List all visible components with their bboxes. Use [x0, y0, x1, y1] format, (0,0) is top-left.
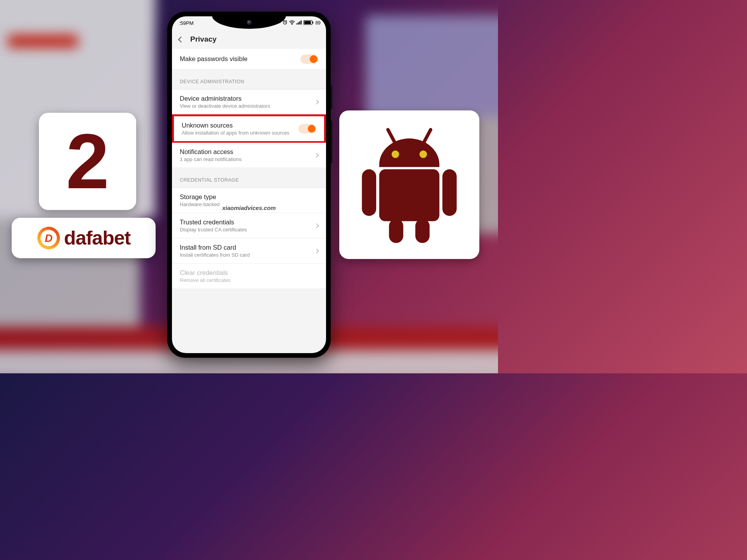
- svg-rect-18: [362, 169, 376, 216]
- row-title: Trusted credentials: [180, 219, 315, 226]
- row-title: Device administrators: [180, 95, 315, 102]
- brand-logo-card: D dafabet: [12, 218, 156, 258]
- chevron-right-icon: [314, 100, 319, 105]
- row-storage-type[interactable]: Storage type Hardware-backed: [172, 188, 326, 213]
- row-title: Notification access: [180, 148, 315, 156]
- chevron-right-icon: [314, 153, 319, 158]
- row-title: Storage type: [180, 193, 318, 201]
- battery-icon: [303, 20, 314, 26]
- toggle-make-passwords-visible[interactable]: [300, 54, 318, 64]
- row-subtitle: Install certificates from SD card: [180, 252, 315, 258]
- toggle-unknown-sources[interactable]: [298, 124, 316, 133]
- section-device-administration: DEVICE ADMINISTRATION: [172, 70, 326, 89]
- android-platform-card: [339, 110, 479, 259]
- front-camera-icon: [247, 20, 252, 25]
- signal-icon: [296, 20, 302, 26]
- page-title: Privacy: [190, 35, 217, 44]
- svg-rect-16: [389, 219, 403, 243]
- row-subtitle: Display trusted CA certificates: [180, 227, 315, 233]
- svg-rect-6: [296, 23, 297, 24]
- row-title: Make passwords visible: [180, 55, 300, 63]
- status-time: :59PM: [177, 20, 194, 26]
- status-battery-pct: 89: [316, 20, 321, 26]
- svg-point-21: [419, 150, 427, 158]
- step-number: 2: [66, 122, 109, 200]
- section-credential-storage: CREDENTIAL STORAGE: [172, 168, 326, 188]
- row-subtitle: View or deactivate device administrators: [180, 103, 315, 109]
- row-subtitle: Hardware-backed: [180, 201, 318, 207]
- brand-logo-icon: D: [37, 226, 60, 250]
- svg-rect-7: [298, 22, 298, 24]
- svg-rect-8: [299, 21, 300, 24]
- row-subtitle: 1 app can read notifications: [180, 156, 315, 162]
- svg-rect-11: [304, 21, 311, 24]
- settings-header: Privacy: [172, 30, 326, 49]
- row-notification-access[interactable]: Notification access 1 app can read notif…: [172, 143, 326, 168]
- svg-rect-15: [379, 169, 440, 221]
- svg-rect-17: [415, 219, 430, 243]
- svg-rect-9: [300, 20, 301, 24]
- phone-frame: :59PM: [167, 12, 331, 358]
- svg-point-20: [392, 150, 399, 158]
- row-trusted-credentials[interactable]: Trusted credentials Display trusted CA c…: [172, 213, 326, 238]
- row-title: Clear credentials: [180, 269, 318, 276]
- svg-rect-12: [312, 21, 313, 23]
- svg-text:D: D: [44, 232, 52, 244]
- svg-rect-19: [442, 169, 457, 216]
- phone-screen: :59PM: [172, 16, 326, 353]
- back-icon[interactable]: [178, 36, 184, 42]
- chevron-right-icon: [314, 248, 319, 254]
- row-clear-credentials: Clear credentials Remove all certificate…: [172, 264, 326, 289]
- row-unknown-sources[interactable]: Unknown sources Allow installation of ap…: [174, 116, 324, 141]
- chevron-right-icon: [314, 223, 319, 228]
- settings-list: Make passwords visible DEVICE ADMINISTRA…: [172, 49, 326, 289]
- step-number-card: 2: [39, 113, 136, 210]
- brand-name: dafabet: [64, 227, 131, 249]
- android-robot-icon: [353, 122, 466, 247]
- unknown-sources-highlight: Unknown sources Allow installation of ap…: [172, 114, 326, 143]
- row-install-from-sd[interactable]: Install from SD card Install certificate…: [172, 238, 326, 264]
- row-subtitle: Remove all certificates: [180, 277, 318, 283]
- row-title: Install from SD card: [180, 244, 315, 251]
- wifi-icon: [289, 20, 295, 26]
- row-title: Unknown sources: [182, 122, 298, 129]
- row-make-passwords-visible[interactable]: Make passwords visible: [172, 49, 326, 70]
- row-device-administrators[interactable]: Device administrators View or deactivate…: [172, 89, 326, 115]
- alarm-icon: [282, 20, 288, 26]
- row-subtitle: Allow installation of apps from unknown …: [182, 130, 298, 136]
